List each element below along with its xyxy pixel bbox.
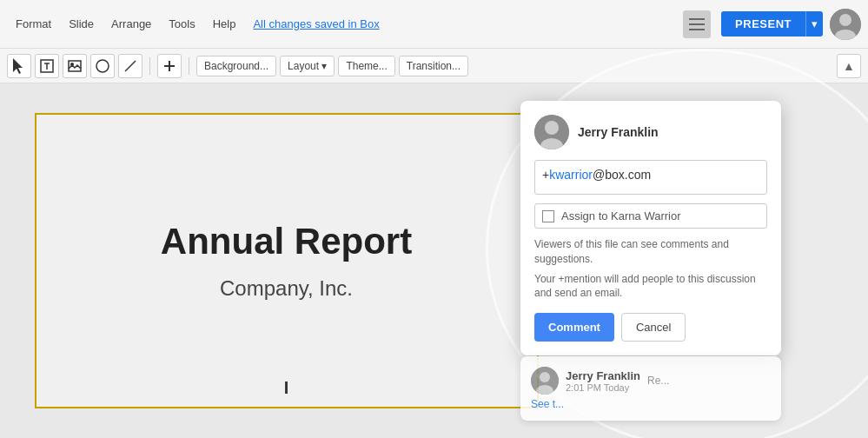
slide-title: Annual Report (161, 221, 412, 262)
svg-rect-2 (689, 29, 705, 30)
shape-btn[interactable] (90, 54, 115, 78)
menu-arrange[interactable]: Arrange (103, 12, 160, 36)
select-tool-btn[interactable] (7, 54, 31, 78)
thread-time: 2:01 PM Today (566, 382, 640, 393)
right-panel: Jerry Franklin +kwarrior@box.com Assign … (573, 83, 868, 438)
svg-rect-1 (689, 23, 705, 25)
saved-status[interactable]: All changes saved in Box (253, 17, 379, 30)
thread-user-info: Jerry Franklin 2:01 PM Today (566, 369, 640, 393)
toolbar-sep-1 (149, 57, 150, 75)
comment-username: Jerry Franklin (578, 125, 659, 139)
comment-user-header: Jerry Franklin (534, 115, 767, 149)
menu-help[interactable]: Help (204, 12, 245, 36)
svg-point-4 (839, 14, 851, 26)
mention-info: Your +mention will add people to this di… (534, 272, 767, 302)
svg-line-13 (125, 61, 136, 71)
mention-name: kwarrior (549, 168, 593, 182)
comment-thread: Jerry Franklin 2:01 PM Today Re... See t… (520, 356, 781, 421)
toolbar-icon[interactable] (683, 10, 711, 38)
svg-rect-0 (689, 18, 705, 20)
user-avatar[interactable] (830, 9, 861, 40)
assign-label: Assign to Karna Warrior (561, 209, 681, 222)
menu-format[interactable]: Format (7, 12, 60, 36)
toolbar-sep-2 (189, 57, 189, 75)
comment-buttons: Comment Cancel (534, 313, 767, 342)
comment-input-area[interactable]: +kwarrior@box.com (534, 160, 767, 195)
assign-checkbox[interactable] (542, 210, 554, 222)
comment-button[interactable]: Comment (534, 313, 614, 342)
menu-slide[interactable]: Slide (60, 12, 103, 36)
slide[interactable]: Annual Report Company, Inc. I (35, 113, 539, 408)
text-cursor: I (284, 378, 289, 398)
menu-tools[interactable]: Tools (160, 12, 203, 36)
theme-button[interactable]: Theme... (338, 56, 394, 76)
slide-area: Annual Report Company, Inc. I (0, 83, 573, 438)
toolbar: Background... Layout ▾ Theme... Transiti… (0, 49, 868, 83)
present-button[interactable]: PRESENT (721, 11, 805, 36)
main-area: Annual Report Company, Inc. I Jerry Fran… (0, 83, 868, 438)
text-box-btn[interactable] (35, 54, 59, 78)
chevron-up-icon: ▲ (843, 59, 855, 73)
image-btn[interactable] (63, 54, 87, 78)
comment-popup: Jerry Franklin +kwarrior@box.com Assign … (520, 101, 781, 355)
thread-reply-label: Re... (647, 375, 669, 387)
viewers-info: Viewers of this file can see comments an… (534, 237, 767, 267)
top-bar: Format Slide Arrange Tools Help All chan… (0, 0, 868, 49)
layout-button[interactable]: Layout ▾ (280, 56, 335, 76)
collapse-btn[interactable]: ▲ (837, 54, 861, 78)
thread-user-avatar (531, 367, 559, 395)
assign-area[interactable]: Assign to Karna Warrior (534, 203, 767, 229)
present-dropdown-button[interactable]: ▾ (805, 11, 823, 36)
mention-prefix: + (542, 168, 549, 182)
top-bar-left: Format Slide Arrange Tools Help All chan… (7, 12, 380, 36)
thread-user-header: Jerry Franklin 2:01 PM Today Re... (531, 367, 771, 395)
slide-subtitle: Company, Inc. (220, 276, 353, 301)
top-bar-right: PRESENT ▾ (683, 9, 861, 40)
thread-username: Jerry Franklin (566, 369, 640, 382)
add-btn[interactable] (157, 54, 182, 78)
transition-button[interactable]: Transition... (399, 56, 468, 76)
comment-user-avatar (534, 115, 569, 149)
background-button[interactable]: Background... (196, 56, 276, 76)
line-btn[interactable] (118, 54, 142, 78)
chevron-down-icon: ▾ (812, 17, 818, 30)
present-area: PRESENT ▾ (721, 11, 823, 36)
svg-point-20 (540, 372, 550, 382)
svg-point-12 (96, 60, 109, 72)
mention-text: +kwarrior@box.com (542, 168, 759, 182)
mention-suffix: @box.com (593, 168, 651, 182)
svg-marker-6 (13, 58, 23, 74)
cancel-button[interactable]: Cancel (621, 313, 686, 342)
thread-see-more[interactable]: See t... (531, 398, 771, 410)
svg-point-17 (545, 121, 559, 135)
